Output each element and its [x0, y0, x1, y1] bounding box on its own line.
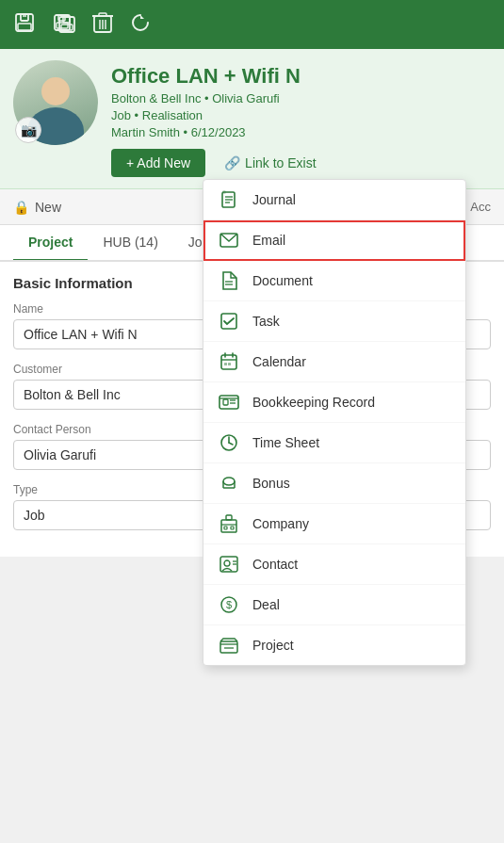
project-title: Office LAN + Wifi N: [111, 64, 491, 89]
link-to-existing-button[interactable]: 🔗 Link to Exist: [215, 149, 325, 177]
avatar: 📷: [13, 60, 98, 145]
link-icon: 🔗: [224, 155, 240, 170]
menu-item-project[interactable]: Project: [203, 625, 465, 665]
menu-item-task[interactable]: Task: [203, 301, 465, 342]
task-label: Task: [252, 314, 280, 329]
header-type: Job • Realisation: [111, 108, 491, 122]
add-new-button[interactable]: + Add New: [111, 149, 205, 177]
task-icon: [219, 311, 239, 332]
contact-label: Contact: [252, 557, 298, 572]
header-person-date: Martin Smith • 6/12/2023: [111, 125, 491, 139]
journal-label: Journal: [252, 192, 296, 207]
email-label: Email: [252, 233, 285, 248]
project-icon: [219, 635, 239, 656]
person-name: Martin Smith: [111, 125, 180, 139]
delete-icon[interactable]: [92, 11, 113, 39]
menu-item-journal[interactable]: Journal: [203, 180, 465, 220]
dropdown-menu: Journal Email: [203, 179, 466, 666]
company-icon: [219, 513, 239, 534]
type-value: Job: [111, 108, 131, 122]
menu-item-deal[interactable]: $ Deal: [203, 585, 465, 625]
phase-value: Realisation: [142, 108, 203, 122]
header-actions: + Add New 🔗 Link to Exist: [111, 149, 491, 177]
save-icon[interactable]: [13, 11, 36, 39]
menu-item-bookkeeping[interactable]: Bookkeeping Record: [203, 382, 465, 423]
timesheet-label: Time Sheet: [252, 435, 319, 450]
svg-rect-31: [219, 396, 238, 409]
svg-rect-32: [223, 399, 228, 405]
svg-point-20: [222, 190, 226, 194]
lock-icon: 🔒: [13, 200, 29, 215]
menu-item-company[interactable]: Company: [203, 504, 465, 544]
company-name: Bolton & Bell Inc: [111, 91, 201, 105]
company-label: Company: [252, 516, 309, 531]
document-icon: [219, 270, 239, 291]
svg-rect-43: [221, 520, 236, 532]
header-info: Office LAN + Wifi N Bolton & Bell Inc • …: [111, 60, 491, 177]
svg-rect-2: [18, 24, 31, 30]
new-label: New: [35, 200, 61, 215]
svg-point-39: [223, 478, 235, 485]
svg-rect-46: [224, 527, 227, 529]
svg-rect-47: [231, 527, 234, 529]
svg-rect-1: [21, 14, 28, 21]
journal-icon: [219, 189, 239, 210]
deal-icon: $: [219, 594, 239, 615]
calendar-label: Calendar: [252, 354, 306, 369]
menu-item-bonus[interactable]: Bonus: [203, 463, 465, 504]
header-company: Bolton & Bell Inc • Olivia Garufi: [111, 91, 491, 105]
menu-item-document[interactable]: Document: [203, 261, 465, 301]
svg-rect-29: [224, 363, 227, 365]
timesheet-icon: [219, 432, 239, 453]
acc-badge: Acc: [470, 200, 491, 214]
svg-rect-6: [57, 23, 68, 28]
svg-rect-54: [220, 641, 237, 653]
header: 📷 Office LAN + Wifi N Bolton & Bell Inc …: [0, 49, 504, 189]
link-label: Link to Exist: [245, 155, 316, 170]
deal-label: Deal: [252, 597, 280, 612]
svg-point-49: [224, 560, 230, 566]
save-all-icon[interactable]: [53, 11, 75, 39]
email-icon: [219, 230, 239, 251]
svg-text:$: $: [226, 599, 232, 610]
menu-item-contact[interactable]: Contact: [203, 544, 465, 585]
menu-item-email[interactable]: Email: [203, 220, 465, 261]
project-label: Project: [252, 638, 294, 653]
svg-rect-30: [228, 363, 231, 365]
toolbar: [0, 0, 504, 49]
menu-item-calendar[interactable]: Calendar: [203, 342, 465, 382]
contact-icon: [219, 554, 239, 575]
project-date: 6/12/2023: [191, 125, 246, 139]
tab-hub[interactable]: HUB (14): [88, 225, 172, 262]
bonus-icon: [219, 473, 239, 494]
svg-rect-12: [99, 13, 106, 16]
bookkeeping-icon: [219, 392, 239, 413]
svg-rect-44: [226, 515, 232, 520]
page-wrapper: 📷 Office LAN + Wifi N Bolton & Bell Inc …: [0, 0, 504, 843]
bonus-label: Bonus: [252, 476, 290, 491]
refresh-icon[interactable]: [130, 12, 151, 38]
camera-button[interactable]: 📷: [15, 117, 41, 143]
contact-name: Olivia Garufi: [212, 91, 280, 105]
bookkeeping-label: Bookkeeping Record: [252, 395, 375, 410]
document-label: Document: [252, 273, 313, 288]
menu-item-timesheet[interactable]: Time Sheet: [203, 423, 465, 463]
calendar-icon: [219, 351, 239, 372]
tab-project[interactable]: Project: [13, 225, 88, 262]
dot-sep1: •: [204, 91, 212, 105]
